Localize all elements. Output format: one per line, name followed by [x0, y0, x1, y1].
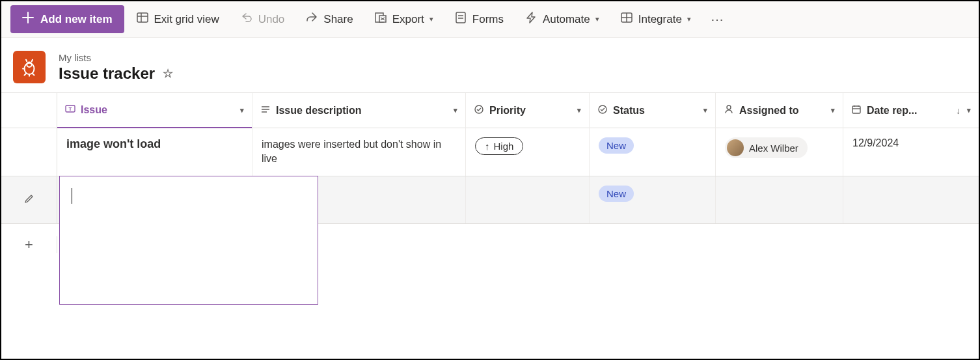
automate-label: Automate — [543, 13, 590, 26]
column-header-date-label: Date rep... — [867, 105, 917, 117]
cell-issue-title[interactable]: image won't load — [66, 137, 161, 151]
row-gutter[interactable] — [1, 128, 57, 176]
svg-text:T: T — [69, 106, 72, 112]
chevron-down-icon: ▾ — [429, 15, 433, 23]
column-header-priority[interactable]: Priority ▾ — [466, 93, 589, 128]
chevron-down-icon: ▾ — [687, 15, 691, 23]
cell-editor[interactable] — [59, 176, 318, 305]
svg-line-18 — [33, 74, 34, 76]
forms-icon — [454, 11, 467, 27]
editing-cell-date[interactable] — [843, 176, 979, 223]
chevron-down-icon[interactable]: ▾ — [967, 106, 971, 115]
list-title-text: Issue tracker — [59, 64, 155, 83]
column-header-issue[interactable]: T Issue ▾ — [57, 93, 252, 128]
plus-icon — [22, 12, 34, 27]
arrow-up-icon: ↑ — [485, 141, 490, 152]
column-header-issue-label: Issue — [81, 104, 107, 116]
chevron-down-icon[interactable]: ▾ — [831, 106, 835, 115]
grid-header-row: T Issue ▾ Issue description ▾ Priority — [1, 93, 979, 128]
grid-view-icon — [136, 11, 149, 27]
data-grid: T Issue ▾ Issue description ▾ Priority — [1, 92, 979, 266]
priority-pill[interactable]: ↑ High — [475, 137, 523, 155]
editing-cell-assigned[interactable] — [716, 176, 843, 223]
column-header-priority-label: Priority — [489, 105, 526, 117]
favorite-star-icon[interactable]: ☆ — [163, 66, 173, 81]
integrate-icon — [620, 11, 633, 27]
pencil-icon — [24, 193, 34, 206]
automate-icon — [524, 11, 538, 27]
export-icon — [374, 11, 387, 27]
person-chip[interactable]: Alex Wilber — [725, 137, 808, 158]
svg-rect-7 — [456, 12, 465, 23]
forms-label: Forms — [472, 13, 504, 26]
more-actions-button[interactable]: ⋯ — [703, 12, 733, 27]
share-label: Share — [323, 13, 353, 26]
undo-button[interactable]: Undo — [231, 6, 294, 33]
choice-field-icon — [597, 104, 608, 117]
status-pill[interactable]: New — [599, 186, 634, 202]
chevron-down-icon[interactable]: ▾ — [703, 106, 707, 115]
list-meta: My lists Issue tracker ☆ — [59, 52, 173, 83]
edit-row-gutter[interactable] — [1, 176, 57, 223]
avatar — [727, 139, 744, 156]
text-field-icon — [260, 104, 271, 117]
text-cursor — [72, 188, 72, 204]
status-pill[interactable]: New — [599, 137, 634, 154]
column-header-description[interactable]: Issue description ▾ — [252, 93, 465, 128]
add-row-button[interactable]: + — [1, 236, 57, 253]
svg-point-13 — [25, 63, 34, 75]
exit-grid-view-label: Exit grid view — [154, 13, 219, 26]
export-label: Export — [392, 13, 424, 26]
add-new-item-button[interactable]: Add new item — [10, 5, 124, 33]
svg-line-16 — [32, 60, 33, 62]
editing-cell-priority[interactable] — [466, 176, 590, 223]
integrate-button[interactable]: Integrate ▾ — [611, 6, 700, 33]
title-field-icon: T — [65, 104, 75, 117]
automate-button[interactable]: Automate ▾ — [515, 6, 608, 33]
svg-rect-29 — [852, 106, 860, 113]
svg-point-26 — [475, 105, 483, 113]
svg-line-17 — [25, 74, 27, 76]
assigned-name: Alex Wilber — [749, 143, 798, 154]
table-row[interactable]: image won't load images were inserted bu… — [1, 128, 979, 176]
plus-icon: + — [25, 236, 33, 253]
list-title: Issue tracker ☆ — [59, 64, 173, 83]
add-new-item-label: Add new item — [40, 13, 113, 26]
share-icon — [305, 11, 318, 27]
column-header-date[interactable]: Date rep... ↓ ▾ — [843, 93, 979, 128]
cell-description[interactable]: images were inserted but don't show in l… — [262, 137, 456, 167]
priority-value: High — [494, 141, 514, 152]
export-button[interactable]: Export ▾ — [365, 6, 442, 33]
column-header-assigned[interactable]: Assigned to ▾ — [716, 93, 843, 128]
svg-line-15 — [26, 60, 27, 62]
choice-field-icon — [474, 104, 484, 117]
editing-cell-status[interactable]: New — [590, 176, 716, 223]
undo-label: Undo — [258, 13, 285, 26]
exit-grid-view-button[interactable]: Exit grid view — [127, 6, 228, 33]
column-header-status-label: Status — [613, 105, 645, 117]
list-icon — [13, 51, 46, 83]
chevron-down-icon: ▾ — [595, 15, 599, 23]
breadcrumb[interactable]: My lists — [59, 52, 173, 63]
column-header-assigned-label: Assigned to — [739, 105, 799, 117]
list-header: My lists Issue tracker ☆ — [1, 38, 979, 92]
undo-icon — [240, 11, 253, 27]
column-header-status[interactable]: Status ▾ — [590, 93, 715, 128]
cell-date[interactable]: 12/9/2024 — [852, 137, 899, 149]
person-field-icon — [724, 104, 734, 117]
gutter-header — [1, 93, 57, 128]
svg-point-28 — [727, 105, 731, 109]
toolbar: Add new item Exit grid view Undo Share E… — [1, 1, 979, 38]
svg-point-27 — [599, 105, 606, 113]
chevron-down-icon[interactable]: ▾ — [240, 106, 244, 115]
integrate-label: Integrate — [638, 13, 682, 26]
share-button[interactable]: Share — [296, 6, 362, 33]
forms-button[interactable]: Forms — [445, 6, 513, 33]
table-row-editing[interactable]: New — [1, 176, 979, 224]
date-field-icon — [851, 104, 862, 117]
column-header-description-label: Issue description — [276, 105, 362, 117]
chevron-down-icon[interactable]: ▾ — [454, 106, 457, 115]
svg-rect-0 — [137, 13, 148, 22]
chevron-down-icon[interactable]: ▾ — [577, 106, 581, 115]
sort-arrow-down-icon: ↓ — [956, 105, 960, 116]
